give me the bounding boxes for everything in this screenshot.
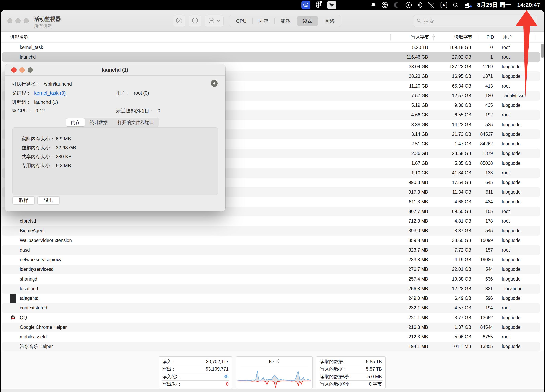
quit-process-button[interactable] <box>173 15 186 27</box>
segment-网络[interactable]: 网络 <box>319 16 341 26</box>
user: luoguode <box>502 72 521 81</box>
pid: 85038 <box>474 158 493 168</box>
reveal-in-finder-button[interactable] <box>211 80 218 87</box>
table-row[interactable]: QQ221.1 MB3.77 GB13652luoguode <box>2 313 540 323</box>
read-bytes: 137.22 GB <box>432 62 471 72</box>
table-row[interactable]: mobileassetd212.3 MB5.96 GB8755root <box>2 332 540 342</box>
menu-bar-date[interactable]: 8月25日 周一 <box>477 1 511 9</box>
play-circle-icon[interactable] <box>405 0 412 10</box>
bluetooth-icon[interactable] <box>417 0 422 10</box>
read-bytes: 5.96 GB <box>432 332 471 342</box>
table-row[interactable]: locationd256.8 MB12.23 GB321_locationd <box>2 284 540 294</box>
table-row[interactable]: identityservicesd276.7 MB22.01 GB544luog… <box>2 265 540 274</box>
user: luoguode <box>502 139 521 149</box>
stat-value: 5.85 TB <box>366 359 382 364</box>
pid: 8755 <box>474 332 493 342</box>
control-center-icon[interactable] <box>464 0 472 10</box>
column-header-written[interactable]: 写入字节 <box>330 32 429 42</box>
table-row[interactable]: BiomeAgent393.0 MB8.37 GB545luoguode <box>2 226 540 235</box>
stat-value: 5.0 MB <box>367 374 382 379</box>
minimize-window-button[interactable] <box>15 18 21 23</box>
written-bytes: 990.3 MB <box>329 178 428 187</box>
read-bytes: 1.47 GB <box>432 139 471 149</box>
table-row[interactable]: Google Chrome Helper216.8 MB1.37 GB84544… <box>2 323 540 332</box>
chart-mode-stepper-icon[interactable] <box>277 359 280 364</box>
read-bytes: 3.77 GB <box>432 313 471 323</box>
moon-icon[interactable] <box>393 0 400 10</box>
table-row[interactable]: launchd116.46 GB27.02 GB1root <box>2 52 540 62</box>
read-bytes: 12.23 GB <box>432 284 471 294</box>
figma-icon[interactable] <box>315 0 322 10</box>
table-row[interactable]: dasd323.7 MB7.72 GB157root <box>2 245 540 255</box>
table-row[interactable]: networkserviceproxy283.8 MB4.19 GB19086l… <box>2 255 540 265</box>
qq-chat-icon[interactable] <box>301 0 310 9</box>
dingtalk-icon[interactable] <box>327 0 336 9</box>
inspect-process-button[interactable] <box>189 15 201 27</box>
dialog-close-button[interactable] <box>11 67 17 73</box>
process-name: identityservicesd <box>20 265 54 274</box>
pid: 596 <box>474 294 493 303</box>
quit-button[interactable]: 退出 <box>37 196 60 204</box>
dialog-zoom-button[interactable] <box>28 67 33 73</box>
menu-bar-clock[interactable]: 14:20:47 <box>517 2 540 8</box>
table-row[interactable]: kernel_task5.20 TB169.18 GB0root <box>2 42 540 52</box>
table-row[interactable]: WallpaperVideoExtension359.8 MB33.60 GB1… <box>2 235 540 245</box>
table-row[interactable]: talagentd249.0 MB6.49 GB596luoguode <box>2 294 540 303</box>
pid: 15099 <box>474 235 493 245</box>
user: luoguode <box>502 313 521 323</box>
search-icon[interactable] <box>452 0 459 10</box>
accessibility-icon[interactable] <box>382 0 388 10</box>
user: root <box>502 52 510 62</box>
written-bytes: 917.3 MB <box>329 187 428 197</box>
column-header-user[interactable]: 用户 <box>503 32 512 42</box>
user: root <box>502 42 510 52</box>
read-bytes: 7.72 GB <box>432 245 471 255</box>
view-segmented-control: CPU内存能耗磁盘网络 <box>229 15 341 27</box>
segment-cpu[interactable]: CPU <box>230 16 253 26</box>
bell-icon[interactable] <box>370 0 376 10</box>
read-bytes: 19.38 GB <box>432 274 471 284</box>
pid: 84527 <box>474 129 493 139</box>
user: luoguode <box>502 323 521 332</box>
memory-stat-label: 共享内存大小： <box>21 154 55 159</box>
written-bytes: 3.14 GB <box>329 129 428 139</box>
column-header-read[interactable]: 读取字节 <box>437 32 472 42</box>
column-header-pid[interactable]: PID <box>477 32 494 42</box>
parent-process-link[interactable]: kernel_task (0) <box>34 90 66 96</box>
pid: 1379 <box>474 149 493 158</box>
column-header-name[interactable]: 进程名称 <box>10 32 28 42</box>
table-row[interactable]: contextstored232.1 MB4.57 GB194root <box>2 303 540 313</box>
stat-label: 读入： <box>162 359 176 365</box>
written-bytes: 116.46 GB <box>329 52 428 62</box>
io-count-stats-box: 读入：80,702,117写出：53,109,771读入/秒：35写出/秒：0 <box>159 356 232 388</box>
segment-内存[interactable]: 内存 <box>253 16 274 26</box>
read-bytes: 14.23 GB <box>432 120 471 129</box>
sample-button[interactable]: 取样 <box>12 196 35 204</box>
vertical-scrollbar[interactable] <box>541 43 544 58</box>
table-row[interactable]: 汽水音乐 Helper194.1 MB101.1 MB13855luoguode <box>2 342 540 351</box>
dialog-tab-2[interactable]: 打开的文件和端口 <box>113 118 159 126</box>
io-chart-box: IO <box>236 356 313 388</box>
read-bytes: 11.34 GB <box>432 187 471 197</box>
user: root <box>502 207 510 216</box>
dialog-minimize-button[interactable] <box>19 67 25 73</box>
exec-path-label: 可执行路径： <box>12 81 40 86</box>
zoom-window-button[interactable] <box>24 18 29 23</box>
table-row[interactable]: sharingd257.4 MB19.38 GB636luoguode <box>2 274 540 284</box>
stat-row: 写出/秒：0 <box>162 380 229 388</box>
segment-磁盘[interactable]: 磁盘 <box>297 16 318 26</box>
read-bytes: 4.57 GB <box>432 303 471 313</box>
wifi-off-icon[interactable] <box>427 0 435 10</box>
window-subtitle: 所有进程 <box>34 23 61 29</box>
input-source-icon[interactable]: A <box>440 0 447 10</box>
memory-panel: 实际内存大小：6.9 MB虚拟内存大小：32.68 GB共享内存大小：280 K… <box>12 127 218 195</box>
search-field[interactable]: 搜索 <box>413 15 538 27</box>
more-options-button[interactable] <box>204 15 223 27</box>
user: luoguode <box>502 178 521 187</box>
dialog-tab-0[interactable]: 内存 <box>66 118 85 126</box>
segment-能耗[interactable]: 能耗 <box>275 16 297 26</box>
dialog-tab-1[interactable]: 统计数据 <box>85 118 112 126</box>
process-name: dasd <box>20 245 30 255</box>
close-window-button[interactable] <box>7 18 12 23</box>
table-row[interactable]: cfprefsd712.8 MB4.81 GB178root <box>2 216 540 226</box>
